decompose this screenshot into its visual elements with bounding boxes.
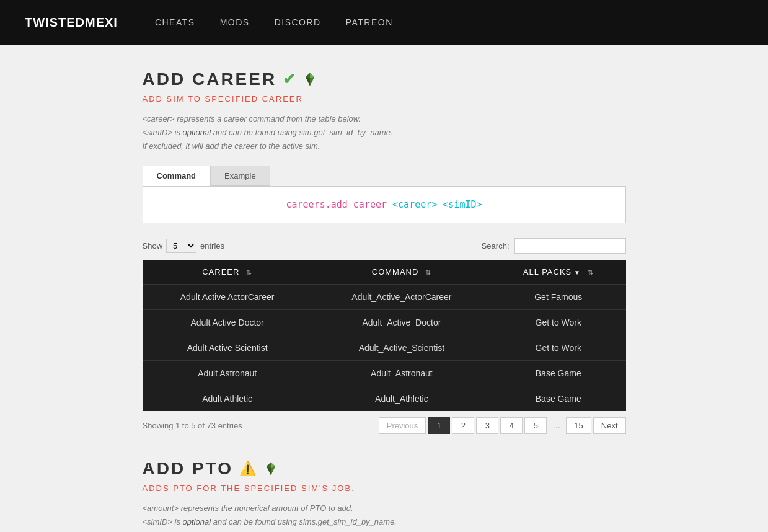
table-row: Adult Athletic Adult_Athletic Base Game: [143, 386, 626, 412]
command-tab-content: careers.add_career <career> <simID>: [143, 186, 626, 223]
career-cell: Adult Athletic: [143, 386, 312, 412]
career-cell: Adult Active Scientist: [143, 335, 312, 361]
table-header-row: CAREER ⇅ COMMAND ⇅ ALL PACKS ⇅: [143, 260, 626, 285]
col-command-label: COMMAND: [372, 267, 419, 277]
navbar: TWISTEDMEXI CHEATS MODS DISCORD PATREON: [0, 0, 768, 45]
command-cell: Adult_Active_ActorCareer: [312, 285, 491, 310]
pagination: Previous 1 2 3 4 5 … 15 Next: [379, 417, 626, 434]
command-cell: Adult_Athletic: [312, 386, 491, 412]
col-career[interactable]: CAREER ⇅: [143, 260, 312, 285]
add-career-subtitle: ADD SIM TO SPECIFIED CAREER: [143, 94, 626, 104]
page-4-button[interactable]: 4: [500, 417, 523, 434]
pack-cell: Get Famous: [491, 285, 625, 310]
col-command[interactable]: COMMAND ⇅: [312, 260, 491, 285]
section-title-add-pto: ADD PTO ⚠️: [143, 459, 626, 479]
add-career-description: <career> represents a career command fro…: [143, 112, 626, 153]
showing-text: Showing 1 to 5 of 73 entries: [143, 421, 242, 430]
page-3-button[interactable]: 3: [476, 417, 498, 434]
page-5-button[interactable]: 5: [524, 417, 547, 434]
search-label: Search:: [482, 241, 510, 250]
page-ellipsis: …: [549, 418, 564, 433]
career-cell: Adult Active ActorCareer: [143, 285, 312, 310]
table-row: Adult Active Doctor Adult_Active_Doctor …: [143, 310, 626, 335]
nav-links: CHEATS MODS DISCORD PATREON: [155, 17, 393, 27]
svg-marker-4: [310, 77, 314, 86]
svg-marker-9: [271, 466, 275, 475]
pack-cell: Get to Work: [491, 335, 625, 361]
section-title-add-career: ADD CAREER ✔: [143, 69, 626, 89]
command-cell: Adult_Astronaut: [312, 361, 491, 386]
desc-line-1: <career> represents a career command fro…: [143, 114, 361, 123]
desc-line-2: <simID> is optional and can be found usi…: [143, 128, 393, 137]
add-career-section: ADD CAREER ✔ ADD SIM TO SPECIFIED CAREER…: [143, 69, 626, 434]
pto-desc-1: <amount> represents the numerical amount…: [143, 503, 353, 513]
page-15-button[interactable]: 15: [566, 417, 591, 434]
search-input[interactable]: [514, 238, 626, 254]
search-control: Search:: [482, 238, 626, 254]
nav-mods[interactable]: MODS: [220, 17, 250, 27]
pto-desc-2: <simID> is optional and can be found usi…: [143, 517, 397, 526]
sims-diamond-icon: [303, 73, 317, 86]
table-row: Adult Astronaut Adult_Astronaut Base Gam…: [143, 361, 626, 386]
career-table: CAREER ⇅ COMMAND ⇅ ALL PACKS ⇅ Adult Act: [143, 260, 626, 411]
table-row: Adult Active Scientist Adult_Active_Scie…: [143, 335, 626, 361]
pto-title-text: ADD PTO: [143, 459, 234, 479]
pto-sims-diamond-icon: [264, 462, 278, 476]
add-pto-description: <amount> represents the numerical amount…: [143, 502, 626, 532]
add-pto-subtitle: ADDS PTO FOR THE SPECIFIED SIM'S JOB.: [143, 484, 626, 493]
brand-logo: TWISTEDMEXI: [25, 16, 118, 30]
add-pto-section: ADD PTO ⚠️ ADDS PTO FOR THE SPECIFIED SI…: [143, 459, 626, 532]
nav-patreon[interactable]: PATREON: [346, 17, 393, 27]
page-2-button[interactable]: 2: [452, 417, 474, 434]
next-button[interactable]: Next: [593, 417, 626, 434]
entries-select[interactable]: 5 10 25 50: [166, 239, 196, 253]
command-cell: Adult_Active_Scientist: [312, 335, 491, 361]
page-1-button[interactable]: 1: [428, 417, 450, 434]
nav-discord[interactable]: DISCORD: [275, 17, 321, 27]
col-packs-label: ALL PACKS: [523, 267, 581, 277]
show-entries-control: Show 5 10 25 50 entries: [143, 239, 225, 253]
command-display: careers.add_career <career> <simID>: [286, 199, 482, 210]
pack-cell: Base Game: [491, 386, 625, 412]
col-packs[interactable]: ALL PACKS ⇅: [491, 260, 625, 285]
svg-marker-3: [306, 77, 310, 86]
pack-cell: Get to Work: [491, 310, 625, 335]
main-content: ADD CAREER ✔ ADD SIM TO SPECIFIED CAREER…: [130, 45, 638, 532]
sort-packs-icon: ⇅: [588, 268, 594, 276]
prev-button[interactable]: Previous: [379, 417, 426, 434]
svg-marker-8: [267, 466, 271, 475]
career-cell: Adult Astronaut: [143, 361, 312, 386]
sort-command-icon: ⇅: [425, 268, 431, 276]
warning-icon: ⚠️: [239, 461, 258, 477]
desc-line-3: If excluded, it will add the career to t…: [143, 141, 320, 151]
table-controls: Show 5 10 25 50 entries Search:: [143, 238, 626, 254]
entries-label: entries: [200, 241, 224, 250]
col-career-label: CAREER: [202, 267, 239, 277]
nav-cheats[interactable]: CHEATS: [155, 17, 195, 27]
tab-example[interactable]: Example: [210, 166, 270, 186]
pack-cell: Base Game: [491, 361, 625, 386]
show-label: Show: [143, 241, 163, 250]
sort-career-icon: ⇅: [246, 268, 252, 276]
section-title-text: ADD CAREER: [143, 69, 277, 89]
table-row: Adult Active ActorCareer Adult_Active_Ac…: [143, 285, 626, 310]
command-tabs: Command Example: [143, 166, 626, 186]
career-table-body: Adult Active ActorCareer Adult_Active_Ac…: [143, 285, 626, 412]
pagination-row: Showing 1 to 5 of 73 entries Previous 1 …: [143, 417, 626, 434]
tab-command[interactable]: Command: [143, 166, 211, 186]
command-cell: Adult_Active_Doctor: [312, 310, 491, 335]
career-cell: Adult Active Doctor: [143, 310, 312, 335]
check-icon: ✔: [283, 71, 297, 88]
